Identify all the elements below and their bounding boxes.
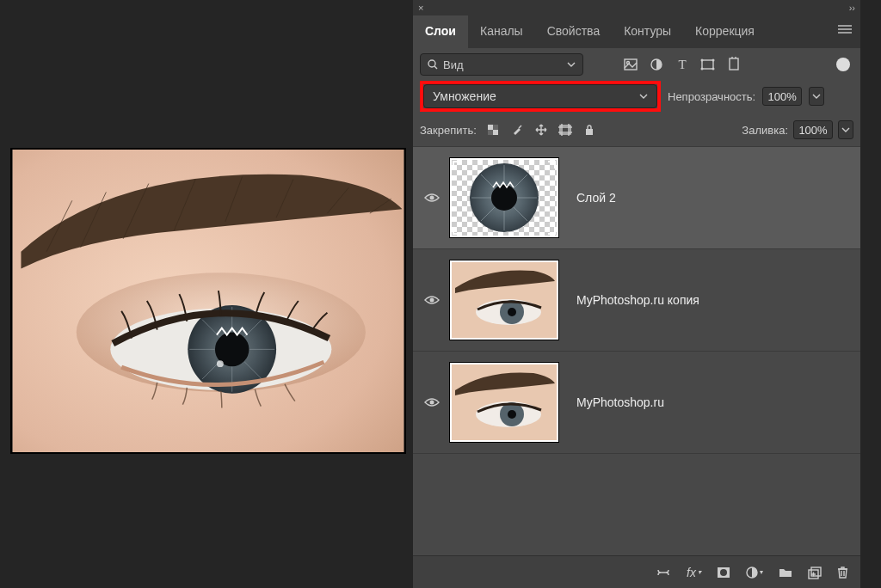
svg-point-19	[701, 59, 704, 62]
blend-mode-value: Умножение	[433, 89, 496, 103]
tab-paths[interactable]: Контуры	[612, 15, 683, 48]
svg-rect-26	[493, 125, 498, 130]
svg-point-13	[428, 60, 435, 67]
svg-line-14	[434, 66, 437, 69]
close-icon[interactable]: ×	[418, 3, 423, 13]
brush-lock-icon[interactable]	[509, 122, 525, 138]
svg-rect-23	[730, 58, 738, 70]
collapse-icon[interactable]: ››	[849, 3, 855, 13]
filter-toggle[interactable]	[836, 58, 850, 71]
svg-point-50	[430, 401, 434, 405]
panel-footer: fx▾ ▾	[413, 555, 860, 588]
text-icon[interactable]: T	[675, 57, 690, 72]
filter-row: Вид T	[413, 48, 860, 81]
layers-list: Слой 2 MyPhotoshop.ru копия	[413, 146, 860, 555]
search-icon	[428, 59, 438, 70]
svg-point-49	[508, 308, 516, 316]
svg-point-54	[508, 410, 516, 419]
image-icon[interactable]	[623, 57, 638, 72]
opacity-value[interactable]: 100%	[762, 87, 802, 106]
svg-point-44	[491, 185, 517, 211]
folder-icon[interactable]	[779, 567, 792, 578]
layer-row[interactable]: Слой 2	[413, 147, 860, 249]
panel-titlebar: × ››	[413, 0, 860, 15]
mask-icon[interactable]	[717, 567, 730, 579]
artboard-icon[interactable]	[726, 57, 742, 72]
layer-name[interactable]: MyPhotoshop.ru	[576, 395, 664, 409]
svg-rect-33	[586, 129, 593, 135]
svg-point-9	[217, 360, 224, 367]
svg-rect-25	[493, 130, 498, 135]
svg-point-45	[430, 298, 434, 303]
opacity-label: Непрозрачность:	[668, 90, 755, 103]
fill-value[interactable]: 100%	[793, 120, 833, 139]
blend-mode-select[interactable]: Умножение	[423, 84, 657, 108]
svg-point-22	[712, 68, 715, 70]
filter-label: Вид	[443, 58, 464, 71]
fx-icon[interactable]: fx▾	[687, 566, 701, 579]
chevron-down-icon	[639, 94, 648, 99]
svg-rect-18	[702, 60, 713, 69]
tab-adjustments[interactable]: Коррекция	[683, 15, 767, 48]
lock-label: Закрепить:	[420, 124, 477, 137]
layer-thumbnail[interactable]	[449, 362, 559, 443]
opacity-dropdown[interactable]	[809, 87, 824, 106]
layer-name[interactable]: Слой 2	[576, 191, 616, 205]
new-layer-icon[interactable]	[808, 567, 822, 579]
layer-row[interactable]: MyPhotoshop.ru копия	[413, 249, 860, 352]
chevron-down-icon	[567, 62, 576, 67]
blend-row: Умножение Непрозрачность: 100%	[413, 81, 860, 117]
svg-rect-27	[488, 130, 493, 135]
svg-point-20	[712, 59, 715, 62]
layers-panel: × ›› Слои Каналы Свойства Контуры Коррек…	[413, 0, 860, 588]
tab-layers[interactable]: Слои	[413, 15, 468, 48]
fill-label: Заливка:	[742, 124, 788, 137]
move-lock-icon[interactable]	[533, 122, 549, 138]
tab-properties[interactable]: Свойства	[535, 15, 612, 48]
svg-point-56	[720, 569, 727, 576]
frame-lock-icon[interactable]	[558, 122, 573, 138]
layer-thumbnail[interactable]	[449, 157, 559, 238]
eye-icon[interactable]	[420, 394, 444, 411]
layer-row[interactable]: MyPhotoshop.ru	[413, 352, 860, 454]
lock-icon[interactable]	[582, 122, 597, 138]
shape-icon[interactable]	[700, 57, 716, 72]
svg-point-21	[701, 68, 704, 70]
layer-filter-select[interactable]: Вид	[420, 53, 583, 76]
eye-icon[interactable]	[420, 291, 444, 309]
menu-icon[interactable]	[829, 15, 860, 48]
pixel-lock-icon[interactable]	[485, 122, 501, 138]
lock-row: Закрепить: Заливка: 100%	[413, 117, 860, 146]
eye-photo	[12, 150, 404, 452]
eye-icon[interactable]	[420, 189, 444, 206]
fill-dropdown[interactable]	[838, 120, 853, 139]
layer-thumbnail[interactable]	[449, 260, 559, 340]
panel-tabs: Слои Каналы Свойства Контуры Коррекция	[413, 15, 860, 48]
svg-point-34	[430, 196, 434, 200]
svg-rect-24	[488, 125, 493, 130]
trash-icon[interactable]	[837, 566, 848, 579]
document-canvas[interactable]	[10, 148, 406, 454]
blend-mode-highlight: Умножение	[420, 81, 661, 112]
layer-name[interactable]: MyPhotoshop.ru копия	[576, 293, 699, 307]
link-icon[interactable]	[656, 568, 671, 577]
adjust-icon[interactable]	[649, 57, 664, 72]
fill-circle-icon[interactable]: ▾	[746, 567, 763, 579]
type-filter-icons: T	[623, 57, 742, 72]
tab-channels[interactable]: Каналы	[468, 15, 535, 48]
